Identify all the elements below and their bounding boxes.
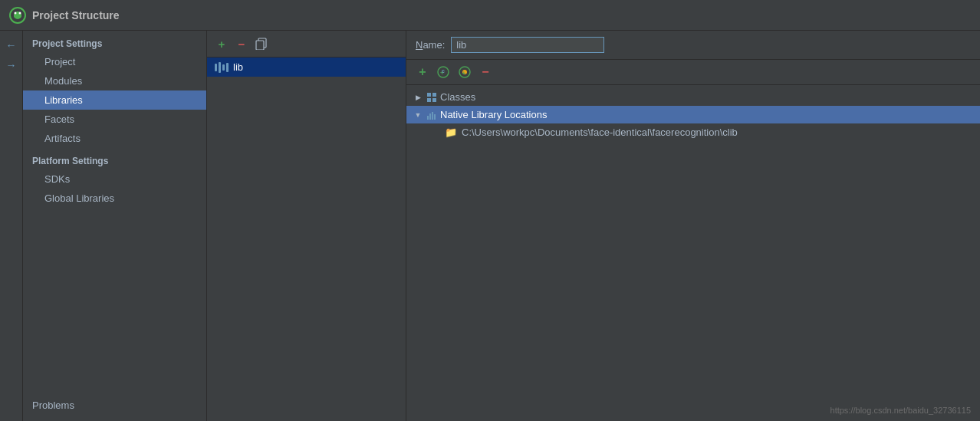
nav-panel: ← → [0,31,23,421]
native-library-icon [426,110,437,120]
svg-rect-19 [432,112,433,120]
svg-text:c: c [442,68,445,74]
add-native-icon: + [458,65,472,79]
svg-rect-2 [14,14,21,18]
library-list: lib [207,58,406,421]
back-button[interactable]: ← [3,37,20,54]
right-panel: Name: + + c + [406,31,980,421]
sidebar-item-libraries[interactable]: Libraries [23,90,206,110]
library-name-input[interactable] [451,37,604,53]
svg-rect-14 [432,93,436,97]
svg-rect-20 [434,114,436,120]
library-toolbar: + − [207,31,406,58]
svg-rect-13 [427,93,431,97]
name-label: Name: [416,39,445,51]
sidebar-item-modules[interactable]: Modules [23,71,206,90]
add-entry-button[interactable]: + [414,64,431,81]
add-library-button[interactable]: + [213,35,230,52]
classes-tree-row[interactable]: ▶ Classes [406,88,980,106]
android-studio-logo-icon [9,7,26,24]
svg-rect-16 [432,98,436,102]
native-library-path-row[interactable]: 📁 C:\Users\workpc\Documents\face-identic… [406,123,980,141]
title-bar: Project Structure [0,0,980,31]
classes-toggle[interactable]: ▶ [413,92,423,103]
svg-rect-15 [427,98,431,102]
svg-point-4 [19,12,21,14]
classes-label: Classes [440,91,475,103]
platform-settings-header: Platform Settings [23,148,206,169]
add-classes-icon: + c [436,65,450,79]
remove-entry-button[interactable]: − [477,64,494,81]
svg-rect-6 [256,41,264,50]
window-title: Project Structure [32,9,120,21]
svg-rect-17 [427,116,429,120]
right-toolbar: + + c + − [406,60,980,85]
native-library-tree-row[interactable]: ▼ Native Library Locations [406,106,980,123]
svg-rect-18 [429,113,431,120]
folder-icon: 📁 [445,127,457,138]
copy-icon [255,38,268,50]
native-library-label: Native Library Locations [440,109,547,120]
svg-text:+: + [462,70,466,77]
remove-library-button[interactable]: − [233,35,250,52]
list-item[interactable]: lib [207,58,406,77]
sidebar-item-sdks[interactable]: SDKs [23,169,206,189]
watermark: https://blog.csdn.net/baidu_32736115 [830,406,971,415]
copy-library-button[interactable] [253,35,270,52]
sidebar: Project Settings Project Modules Librari… [23,31,207,421]
sidebar-item-problems[interactable]: Problems [23,392,206,415]
library-icon [215,62,229,73]
main-content: ← → Project Settings Project Modules Lib… [0,31,980,421]
tree-container: ▶ Classes ▼ [406,85,980,421]
project-settings-header: Project Settings [23,31,206,52]
sidebar-item-artifacts[interactable]: Artifacts [23,129,206,148]
svg-point-3 [15,12,17,14]
library-panel: + − lib [207,31,406,421]
native-library-toggle[interactable]: ▼ [413,110,423,120]
add-classes-button[interactable]: + c [434,64,452,81]
forward-button[interactable]: → [3,57,20,74]
sidebar-item-global-libraries[interactable]: Global Libraries [23,189,206,208]
native-library-path: C:\Users\workpc\Documents\face-identical… [462,127,738,138]
sidebar-item-facets[interactable]: Facets [23,110,206,129]
classes-icon [426,92,437,103]
name-row: Name: [406,31,980,60]
sidebar-item-project[interactable]: Project [23,52,206,71]
add-native-button[interactable]: + [455,64,474,81]
